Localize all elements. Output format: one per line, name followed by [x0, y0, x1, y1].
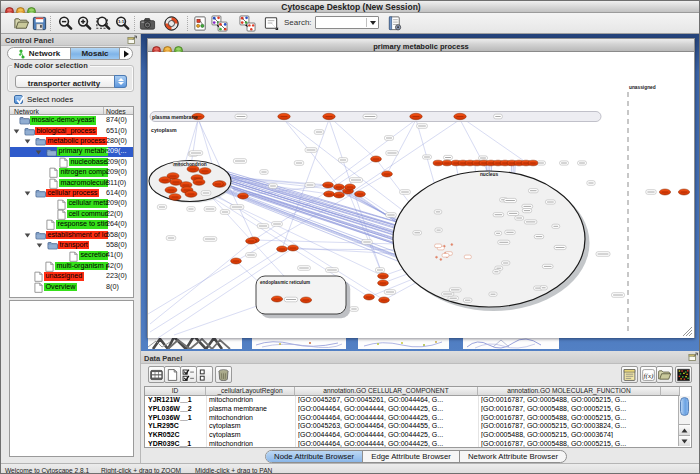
tree-row[interactable]: cellular process614(0): [10, 188, 133, 198]
network-overview-panel[interactable]: [9, 300, 134, 457]
tree-row[interactable]: secretion41(0): [10, 251, 133, 261]
node-color-dropdown[interactable]: transporter activity: [15, 75, 127, 88]
tree-row-label[interactable]: macromolecule: [59, 179, 108, 188]
attribute-table-row[interactable]: YKR052Ccytoplasm[GO:0044464, GO:0044444,…: [145, 430, 691, 439]
tab-scroll-right-button[interactable]: [120, 48, 132, 59]
network-canvas[interactable]: plasma membrane cytoplasm mitochondrion …: [148, 52, 694, 338]
tree-row-label[interactable]: response to stimul: [56, 220, 108, 229]
tree-row-label[interactable]: transport: [58, 241, 89, 250]
tab-mosaic[interactable]: Mosaic: [70, 48, 120, 59]
unselect-attributes-button[interactable]: [196, 366, 213, 383]
function-builder-button[interactable]: f(x): [640, 366, 657, 383]
create-attribute-button[interactable]: [164, 366, 181, 383]
tree-expand-arrow-icon[interactable]: [36, 242, 43, 249]
network-window-titlebar[interactable]: primary metabolic process: [148, 39, 694, 52]
zoom-selected-button[interactable]: [94, 14, 112, 33]
tree-expand-arrow-icon[interactable]: [24, 138, 31, 145]
tree-row-label[interactable]: nitrogen compo: [59, 168, 108, 177]
expand-network-button[interactable]: [238, 14, 256, 33]
tree-row-label[interactable]: cell communicat: [67, 210, 108, 219]
tree-row-label[interactable]: unassigned: [44, 272, 84, 281]
tree-row[interactable]: nitrogen compo209(0): [10, 167, 133, 177]
tab-node-attribute-browser[interactable]: Node Attribute Browser: [266, 451, 363, 462]
tree-row-label[interactable]: biological_process: [35, 127, 97, 136]
tree-row[interactable]: biological_process651(0): [10, 126, 133, 136]
attribute-column-header[interactable]: ID: [145, 387, 206, 396]
tree-row-label[interactable]: establishment of lo: [46, 231, 108, 240]
zoom-out-button[interactable]: [56, 14, 74, 33]
tree-row[interactable]: nucleobase-209(0): [10, 157, 133, 167]
network-tree-header[interactable]: Network Nodes: [10, 107, 133, 115]
import-attributes-button[interactable]: [656, 366, 673, 383]
tree-row[interactable]: unassigned223(0): [10, 271, 133, 281]
tree-column-nodes[interactable]: Nodes: [106, 108, 126, 115]
window-titlebar[interactable]: Cytoscape Desktop (New Session): [1, 1, 700, 13]
delete-attribute-button[interactable]: [215, 366, 232, 383]
attribute-column-header[interactable]: annotation.GO MOLECULAR_FUNCTION: [478, 387, 661, 396]
first-neighbors-button[interactable]: [210, 14, 228, 33]
tree-expand-arrow-icon[interactable]: [24, 190, 31, 197]
attribute-table-row[interactable]: YPL036W__2plasma membrane[GO:0044464, GO…: [145, 404, 691, 413]
select-attributes-button[interactable]: [180, 366, 197, 383]
tree-row[interactable]: establishment of lo558(0): [10, 230, 133, 240]
network-view-window[interactable]: primary metabolic process plasma membran…: [147, 38, 695, 338]
tree-row[interactable]: cellular metabol209(0): [10, 199, 133, 209]
search-dropdown-arrow-icon[interactable]: [370, 21, 376, 25]
snapshot-button[interactable]: [138, 14, 156, 33]
search-input[interactable]: [318, 17, 366, 28]
attribute-table-row[interactable]: YPL036W__1mitochondrion[GO:0044464, GO:0…: [145, 413, 691, 422]
tab-network[interactable]: Network: [8, 48, 70, 59]
attribute-matrix-button[interactable]: [675, 366, 692, 383]
table-vertical-scrollbar[interactable]: [678, 396, 690, 446]
tree-column-network[interactable]: Network: [14, 108, 39, 115]
tree-row[interactable]: macromolecule311(0): [10, 178, 133, 188]
tree-expand-arrow-icon[interactable]: [24, 232, 31, 239]
save-session-button[interactable]: [30, 14, 48, 33]
tree-row[interactable]: metabolic process280(0): [10, 136, 133, 146]
dropdown-stepper[interactable]: [114, 75, 127, 88]
import-network-button[interactable]: [191, 14, 209, 33]
attribute-table-row[interactable]: YJR121W__1mitochondrion[GO:0045267, GO:0…: [145, 396, 691, 405]
search-combobox[interactable]: [315, 16, 379, 29]
attribute-table-row[interactable]: YLR295Ccytoplasm[GO:0045263, GO:0044464,…: [145, 422, 691, 431]
scrollbar-down-button[interactable]: [679, 435, 690, 446]
attribute-editor-button[interactable]: [621, 366, 638, 383]
tree-expand-arrow-icon[interactable]: [35, 149, 42, 156]
attribute-select-button[interactable]: [148, 366, 165, 383]
tree-row-label[interactable]: metabolic process: [46, 137, 107, 146]
tree-row-label[interactable]: Overview: [44, 283, 77, 292]
import-attributes-button[interactable]: [385, 14, 403, 33]
zoom-actual-size-button[interactable]: 1:1: [113, 14, 131, 33]
attribute-column-header[interactable]: _cellularLayoutRegion: [206, 387, 295, 396]
open-file-button[interactable]: [12, 14, 30, 33]
scrollbar-thumb[interactable]: [680, 397, 689, 416]
control-panel-float-icon[interactable]: [127, 35, 137, 45]
tree-row-label[interactable]: primary metabo: [57, 147, 108, 156]
tree-row-label[interactable]: nucleobase-: [69, 158, 108, 167]
scrollbar-up-button[interactable]: [679, 424, 690, 435]
select-nodes-checkbox[interactable]: [14, 95, 23, 104]
zoom-in-button[interactable]: [75, 14, 93, 33]
tree-row[interactable]: cell communicat22(0): [10, 209, 133, 219]
tree-row-label[interactable]: cellular process: [46, 189, 99, 198]
tree-row-label[interactable]: multi-organism pro: [55, 262, 108, 271]
tab-edge-attribute-browser[interactable]: Edge Attribute Browser: [363, 451, 460, 462]
tree-row[interactable]: Overview8(0): [10, 282, 133, 292]
tree-row[interactable]: multi-organism pro42(0): [10, 261, 133, 271]
data-panel-float-icon[interactable]: [688, 352, 698, 362]
tree-row[interactable]: transport558(0): [10, 240, 133, 250]
tree-row[interactable]: response to stimul264(0): [10, 219, 133, 229]
annotation-button[interactable]: [262, 14, 280, 33]
tree-row[interactable]: primary metabo209(...: [10, 147, 133, 157]
window-resize-grip[interactable]: [683, 327, 692, 336]
tree-row-label[interactable]: cellular metabol: [67, 199, 108, 208]
tree-row[interactable]: mosaic-demo-yeast874(0): [10, 115, 133, 125]
tree-column-divider[interactable]: [103, 107, 104, 114]
tab-network-attribute-browser[interactable]: Network Attribute Browser: [460, 451, 566, 462]
help-button[interactable]: [162, 14, 180, 33]
tree-row-label[interactable]: mosaic-demo-yeast: [30, 116, 96, 125]
tree-expand-arrow-icon[interactable]: [13, 128, 20, 135]
attribute-table-row[interactable]: YDR039C__1mitochondrion[GO:0044464, GO:0…: [145, 439, 691, 448]
tree-row-label[interactable]: secretion: [79, 251, 108, 260]
attribute-column-header[interactable]: annotation.GO CELLULAR_COMPONENT: [295, 387, 478, 396]
